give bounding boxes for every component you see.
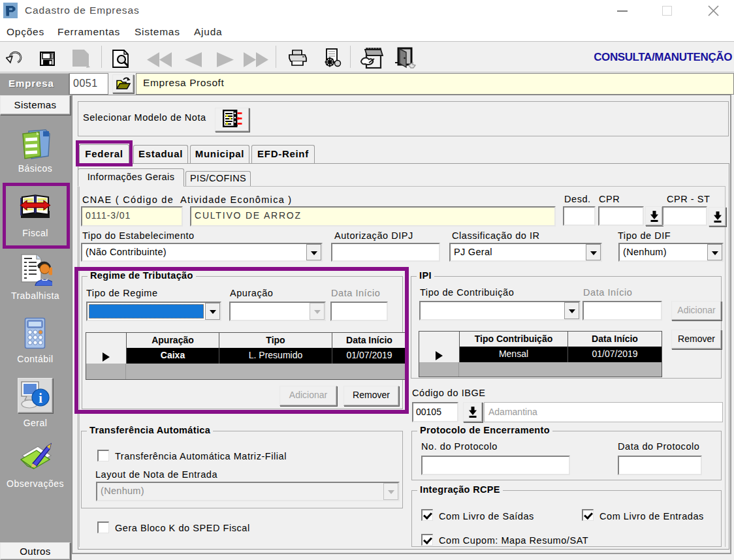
svg-text:i: i xyxy=(39,391,42,405)
